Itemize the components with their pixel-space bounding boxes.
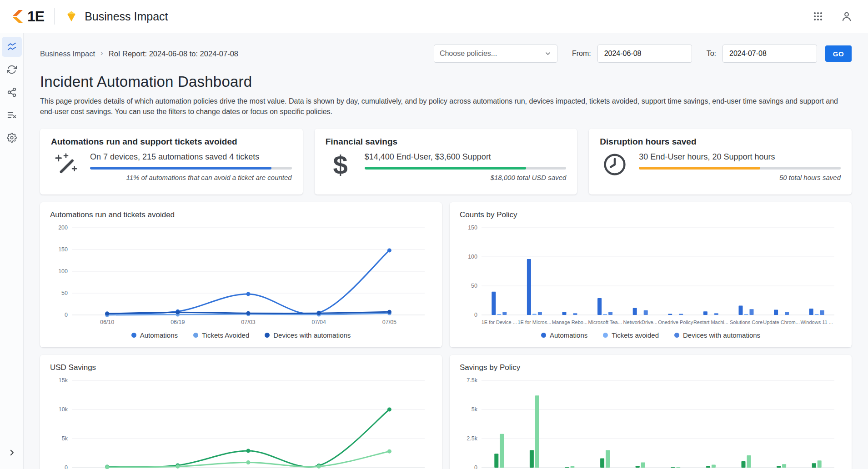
svg-text:1E for Device ...: 1E for Device ... [482,319,517,325]
app-title: Business Impact [85,10,168,23]
apps-grid-icon[interactable] [811,9,825,24]
legend-item[interactable]: Devices with automations [674,331,760,339]
svg-text:Solutions Core: Solutions Core [730,319,763,325]
svg-text:Update Chrom...: Update Chrom... [763,319,800,325]
chart-title: Savings by Policy [460,363,843,372]
stat-card-title: Disruption hours saved [600,137,841,147]
svg-text:100: 100 [468,254,477,260]
1e-logo-mark-icon [10,9,25,24]
legend-label: Automations [140,331,178,339]
stat-value: On 7 devices, 215 automations saved 4 ti… [90,152,292,162]
svg-text:150: 150 [58,246,68,253]
stat-footnote: $18,000 total USD saved [365,174,567,181]
legend-item[interactable]: Devices with automations [265,331,351,339]
chart-card-automations-tickets: Automations run and tickets avoided 0501… [40,202,442,347]
stat-card-title: Automations run and support tickets avoi… [51,137,292,147]
svg-text:0: 0 [65,464,68,469]
svg-text:0: 0 [474,464,477,469]
stat-card-financial-savings: Financial savings $ $14,400 End-User, $3… [315,129,577,195]
topbar-divider [54,8,55,25]
svg-text:50: 50 [471,283,477,289]
to-date-input[interactable] [722,45,817,63]
legend-item[interactable]: Automations [131,331,178,339]
usd-savings-line-chart[interactable]: 05k10k15k06/1006/1907/0307/0407/05 [49,375,433,469]
stat-value: $14,400 End-User, $3,600 Support [365,152,567,162]
svg-text:2.5k: 2.5k [467,435,477,442]
automations-line-chart[interactable]: 05010015020006/1006/1907/0307/0407/05 [49,222,433,329]
account-icon[interactable] [839,9,854,24]
legend-item[interactable]: Tickets Avoided [193,331,249,339]
magic-wand-icon [51,152,81,178]
sidebar-item-sync[interactable] [2,60,22,80]
sidebar-item-dashboard[interactable] [2,37,22,57]
stat-value: 30 End-User hours, 20 Support hours [639,152,841,162]
svg-text:15k: 15k [59,377,68,384]
topology-icon [7,87,17,97]
svg-text:06/10: 06/10 [100,319,114,325]
go-button[interactable]: GO [825,45,852,62]
progress-fill [365,167,526,170]
app-shell: Business Impact › RoI Report: 2024-06-08… [0,33,868,469]
chart-title: Counts by Policy [460,210,843,220]
svg-text:10k: 10k [59,406,68,413]
breadcrumb-root[interactable]: Business Impact [40,50,95,58]
trend-lines-icon [7,42,17,52]
legend-label: Devices with automations [683,331,760,339]
savings-bar-chart[interactable]: 02.5k5k7.5k1E for Device ...1E for Micro… [459,375,843,469]
svg-text:50: 50 [61,290,68,296]
page-title: Incident Automation Dashboard [40,73,852,90]
progress-track [90,167,292,170]
sidebar-expand-button[interactable] [2,443,22,463]
legend-item[interactable]: Automations [541,331,587,339]
counts-bar-chart[interactable]: 0501001501E for Device ...1E for Micros.… [459,222,843,329]
legend-item[interactable]: Tickets avoided [603,331,659,339]
main-content: Business Impact › RoI Report: 2024-06-08… [24,33,868,469]
breadcrumb-chevron-icon: › [100,49,103,58]
list-x-icon [7,110,17,120]
legend-dot-icon [131,333,136,338]
progress-track [365,167,567,170]
business-impact-product-icon [65,10,78,23]
breadcrumb-current: RoI Report: 2024-06-08 to: 2024-07-08 [109,50,238,58]
sidebar-item-settings[interactable] [2,128,22,148]
dollar-icon: $ [326,152,356,177]
chevron-down-icon [544,50,552,57]
legend-label: Tickets avoided [612,331,659,339]
svg-text:07/04: 07/04 [312,319,326,325]
legend-dot-icon [265,333,270,338]
legend-dot-icon [541,333,546,338]
chart-card-usd-savings: USD Savings 05k10k15k06/1006/1907/0307/0… [40,355,442,469]
legend-label: Tickets Avoided [202,331,249,339]
svg-text:0: 0 [474,312,477,318]
1e-logo[interactable]: 1E [10,8,44,25]
svg-text:Windows 11 ...: Windows 11 ... [801,319,833,325]
legend-label: Devices with automations [273,331,351,339]
sidebar-item-policies[interactable] [2,105,22,125]
svg-text:Manage Rebo...: Manage Rebo... [552,319,587,325]
svg-text:7.5k: 7.5k [467,377,477,384]
sidebar-item-topology[interactable] [2,82,22,102]
filter-bar: Choose policies... From: To: GO [434,45,852,63]
svg-text:Microsoft Tea...: Microsoft Tea... [588,319,622,325]
stat-card-disruption-hours: Disruption hours saved 30 End-User hours… [589,129,852,195]
topbar: 1E Business Impact [0,0,868,33]
from-label: From: [572,50,591,58]
svg-text:0: 0 [65,312,68,318]
svg-text:200: 200 [58,225,68,231]
sync-icon [7,65,17,75]
from-date-input[interactable] [597,45,692,63]
choose-policies-select[interactable]: Choose policies... [434,45,557,63]
chart-title: Automations run and tickets avoided [50,210,433,220]
page-description: This page provides details of which auto… [40,96,852,117]
progress-fill [90,167,271,170]
chart-legend: AutomationsTickets AvoidedDevices with a… [49,331,433,339]
toolbar: Business Impact › RoI Report: 2024-06-08… [40,43,852,64]
svg-text:Onedrive Policy: Onedrive Policy [658,319,693,325]
svg-text:NetworkDrive...: NetworkDrive... [623,319,657,325]
breadcrumb: Business Impact › RoI Report: 2024-06-08… [40,49,238,58]
legend-dot-icon [603,333,608,338]
to-label: To: [707,50,716,58]
chevron-right-icon [8,449,16,457]
svg-text:Restart Machi...: Restart Machi... [693,319,728,325]
legend-dot-icon [193,333,198,338]
